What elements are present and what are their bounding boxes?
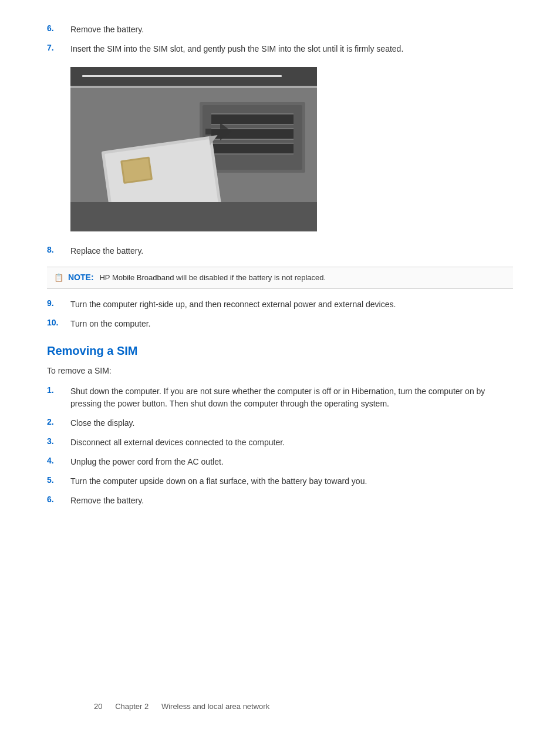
step-removing-text-6: Remove the battery. — [70, 495, 513, 507]
step-number-10: 10. — [47, 318, 70, 327]
intro-text: To remove a SIM: — [47, 365, 513, 377]
sim-slot-diagram — [70, 67, 317, 231]
step-8-list: 8. Replace the battery. — [47, 245, 513, 257]
step-removing-number-3: 3. — [47, 436, 70, 446]
step-text-10: Turn on the computer. — [70, 318, 513, 330]
svg-rect-20 — [70, 202, 317, 231]
step-removing-text-1: Shut down the computer. If you are not s… — [70, 385, 513, 410]
step-removing-text-4: Unplug the power cord from the AC outlet… — [70, 456, 513, 468]
step-item-7: 7. Insert the SIM into the SIM slot, and… — [47, 43, 513, 55]
sim-image-container — [70, 67, 513, 233]
note-text: HP Mobile Broadband will be disabled if … — [99, 273, 326, 282]
step-removing-number-2: 2. — [47, 417, 70, 426]
note-icon: 📋 — [54, 272, 63, 284]
footer-chapter: Chapter 2 — [115, 702, 149, 711]
note-label: NOTE: — [68, 273, 94, 282]
note-content: NOTE: HP Mobile Broadband will be disabl… — [68, 272, 326, 284]
step-number-7: 7. — [47, 43, 70, 52]
step-removing-5: 5. Turn the computer upside down on a fl… — [47, 475, 513, 488]
svg-rect-22 — [82, 75, 282, 77]
step-removing-text-5: Turn the computer upside down on a flat … — [70, 475, 513, 488]
step-removing-3: 3. Disconnect all external devices conne… — [47, 436, 513, 449]
footer-chapter-title: Wireless and local area network — [161, 702, 269, 711]
step-removing-text-3: Disconnect all external devices connecte… — [70, 436, 513, 449]
svg-rect-5 — [211, 114, 294, 125]
step-item-6: 6. Remove the battery. — [47, 23, 513, 36]
step-number-6: 6. — [47, 23, 70, 33]
step-removing-number-5: 5. — [47, 475, 70, 485]
step-removing-2: 2. Close the display. — [47, 417, 513, 429]
step-text-9: Turn the computer right-side up, and the… — [70, 298, 513, 311]
steps-final-top-list: 9. Turn the computer right-side up, and … — [47, 298, 513, 330]
steps-top-list: 6. Remove the battery. 7. Insert the SIM… — [47, 23, 513, 55]
step-removing-1: 1. Shut down the computer. If you are no… — [47, 385, 513, 410]
page-content: 6. Remove the battery. 7. Insert the SIM… — [47, 23, 513, 728]
svg-rect-7 — [211, 143, 294, 154]
note-box: 📋 NOTE: HP Mobile Broadband will be disa… — [47, 267, 513, 289]
page-footer: 20 Chapter 2 Wireless and local area net… — [94, 702, 269, 711]
step-text-8: Replace the battery. — [70, 245, 513, 257]
svg-rect-17 — [122, 159, 150, 182]
steps-removing-list: 1. Shut down the computer. If you are no… — [47, 385, 513, 507]
step-removing-number-4: 4. — [47, 456, 70, 465]
footer-page-number: 20 — [94, 702, 102, 711]
step-removing-text-2: Close the display. — [70, 417, 513, 429]
section-heading-removing-sim: Removing a SIM — [47, 344, 513, 358]
step-removing-number-6: 6. — [47, 495, 70, 504]
step-item-8: 8. Replace the battery. — [47, 245, 513, 257]
step-removing-number-1: 1. — [47, 385, 70, 395]
step-item-10: 10. Turn on the computer. — [47, 318, 513, 330]
step-removing-6: 6. Remove the battery. — [47, 495, 513, 507]
step-text-7: Insert the SIM into the SIM slot, and ge… — [70, 43, 513, 55]
step-item-9: 9. Turn the computer right-side up, and … — [47, 298, 513, 311]
step-number-9: 9. — [47, 298, 70, 308]
step-removing-4: 4. Unplug the power cord from the AC out… — [47, 456, 513, 468]
step-number-8: 8. — [47, 245, 70, 254]
step-text-6: Remove the battery. — [70, 23, 513, 36]
